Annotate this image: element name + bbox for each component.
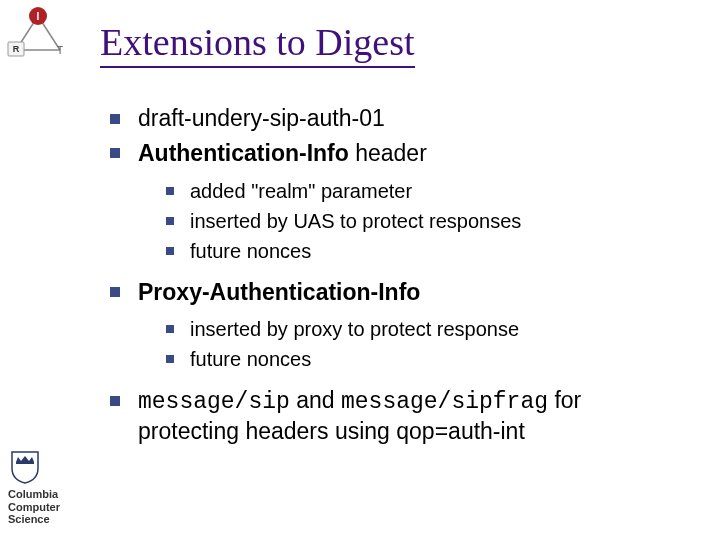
mono-message-sipfrag: message/sipfrag [341,389,548,415]
mono-message-sip: message/sip [138,389,290,415]
slide-body: draft-undery-sip-auth-01 Authentication-… [110,104,680,452]
svg-text:T: T [57,45,63,56]
svg-text:R: R [13,44,20,54]
slide-title: Extensions to Digest [100,20,415,68]
svg-text:I: I [37,11,40,22]
svg-rect-8 [16,462,34,464]
sub-inserted-uas: inserted by UAS to protect responses [166,208,680,234]
bullet-auth-info: Authentication-Info header added "realm"… [110,139,680,264]
proxy-auth-info-header-name: Proxy-Authentication-Info [138,279,420,305]
slide: I R T Extensions to Digest draft-undery-… [0,0,720,540]
txt-and: and [290,387,341,413]
bullet-message-sipfrag: message/sip and message/sipfrag for prot… [110,386,680,446]
footer-line2: Computer [8,501,72,514]
bullet-proxy-auth-info: Proxy-Authentication-Info inserted by pr… [110,278,680,373]
sub-future-nonces-a: future nonces [166,238,680,264]
irt-triangle-icon: I R T [6,6,70,64]
auth-info-suffix: header [349,140,427,166]
footer-line3: Science [8,513,72,526]
columbia-cs-logo: Columbia Computer Science [8,448,72,526]
sub-added-realm: added "realm" parameter [166,178,680,204]
sub-future-nonces-b: future nonces [166,346,680,372]
bullet-draft: draft-undery-sip-auth-01 [110,104,680,133]
crown-shield-icon [8,448,42,484]
footer-line1: Columbia [8,488,72,501]
auth-info-header-name: Authentication-Info [138,140,349,166]
sub-inserted-proxy: inserted by proxy to protect response [166,316,680,342]
